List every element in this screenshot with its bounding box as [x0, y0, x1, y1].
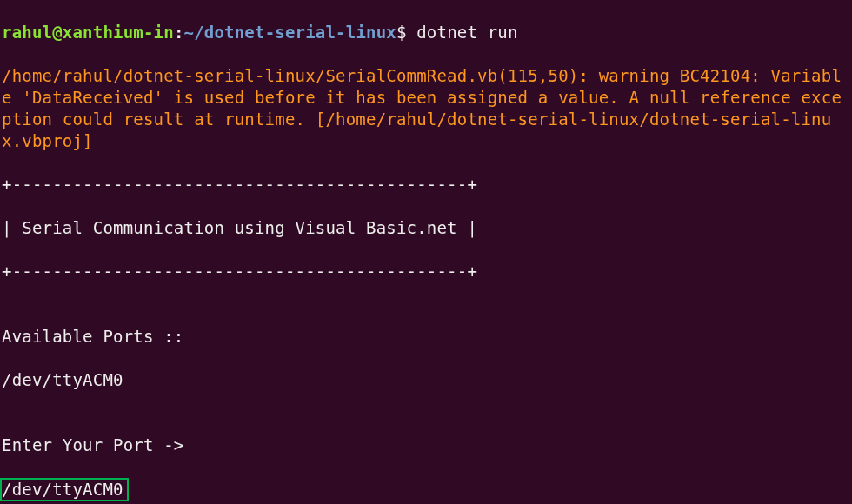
- available-port-value: /dev/ttyACM0: [2, 369, 850, 391]
- banner-bottom: +---------------------------------------…: [2, 261, 850, 282]
- enter-port-prompt: Enter Your Port ->: [2, 434, 850, 456]
- prompt-user: rahul@xanthium-in: [2, 23, 174, 42]
- compiler-warning: /home/rahul/dotnet-serial-linux/SerialCo…: [2, 65, 850, 152]
- port-input-line[interactable]: /dev/ttyACM0: [2, 478, 850, 501]
- prompt-colon: :: [174, 23, 184, 42]
- command-text: dotnet run: [416, 23, 517, 42]
- prompt-path: ~/dotnet-serial-linux: [184, 23, 396, 42]
- available-ports-label: Available Ports ::: [2, 326, 850, 348]
- prompt-line: rahul@xanthium-in:~/dotnet-serial-linux$…: [2, 22, 850, 43]
- prompt-dollar: $: [396, 23, 416, 42]
- banner-title: | Serial Communication using Visual Basi…: [2, 217, 850, 239]
- terminal-window[interactable]: rahul@xanthium-in:~/dotnet-serial-linux$…: [0, 0, 852, 504]
- port-input-value: /dev/ttyACM0: [0, 478, 129, 501]
- banner-top: +---------------------------------------…: [2, 174, 850, 196]
